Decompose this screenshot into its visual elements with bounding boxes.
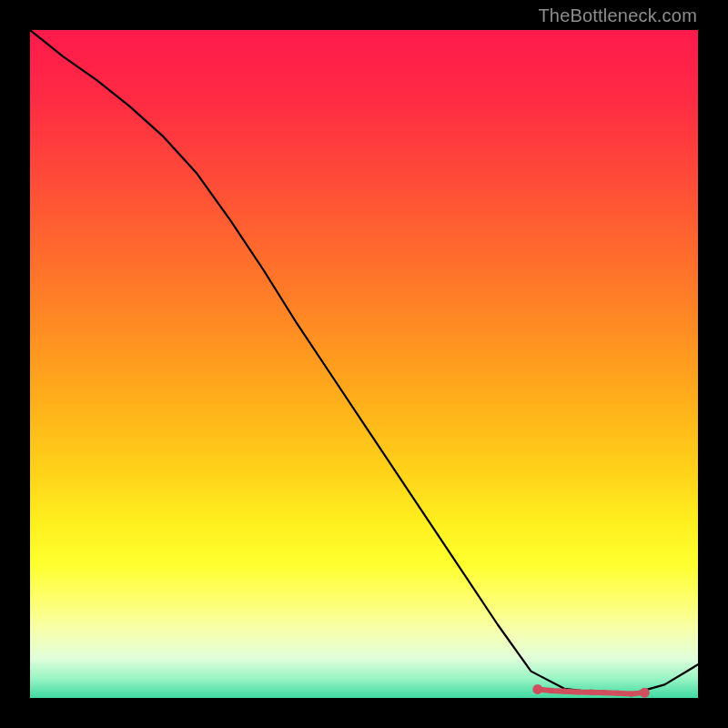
- marker-dot: [548, 688, 553, 693]
- marker-dot: [640, 688, 650, 698]
- bottleneck-curve: [30, 30, 698, 694]
- marker-dot: [602, 690, 607, 695]
- marker-dot: [615, 691, 621, 696]
- attribution-text: TheBottleneck.com: [538, 5, 697, 26]
- marker-dot: [628, 691, 633, 696]
- marker-dot: [532, 684, 542, 694]
- marker-dot: [561, 688, 567, 693]
- chart-stage: TheBottleneck.com: [0, 0, 728, 728]
- plot-area: [30, 30, 698, 698]
- chart-overlay: [30, 30, 698, 698]
- marker-dot: [575, 689, 581, 694]
- marker-dot: [588, 690, 593, 695]
- highlighted-range-markers: [532, 684, 649, 698]
